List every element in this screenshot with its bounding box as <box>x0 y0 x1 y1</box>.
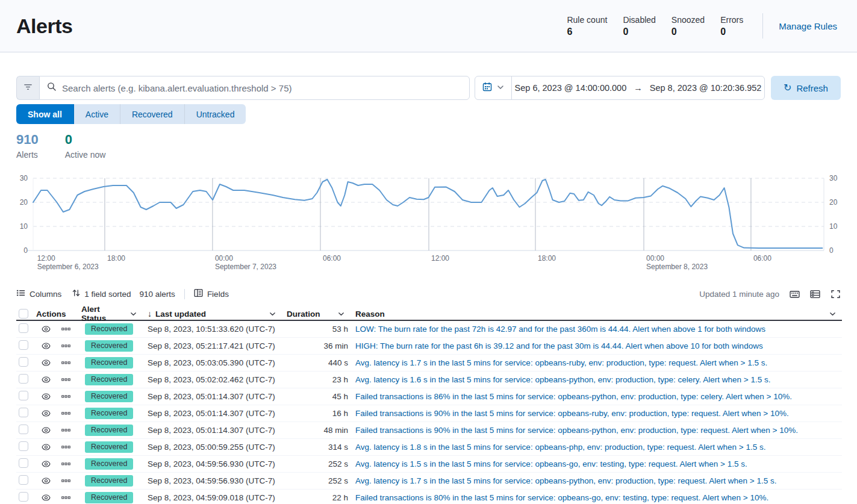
filter-tab-untracked[interactable]: Untracked <box>185 104 246 124</box>
reason-link[interactable]: Failed transactions is 80% in the last 5… <box>355 493 768 502</box>
row-checkbox[interactable] <box>19 357 28 367</box>
row-checkbox[interactable] <box>19 391 28 400</box>
chart-y-tick-label: 30 <box>4 174 28 182</box>
reason-link[interactable]: Avg. latency is 1.7 s in the last 5 mins… <box>355 476 777 485</box>
more-actions-icon[interactable] <box>61 394 70 399</box>
row-checkbox[interactable] <box>19 475 28 485</box>
duration-cell: 252 s <box>282 459 351 468</box>
more-actions-icon[interactable] <box>61 428 70 433</box>
duration-cell: 48 min <box>282 426 351 435</box>
view-alert-details-eye-icon[interactable] <box>42 392 51 401</box>
view-alert-details-eye-icon[interactable] <box>42 325 51 334</box>
duration-cell: 440 s <box>282 358 351 367</box>
alert-count-line-series <box>33 179 822 248</box>
row-checkbox[interactable] <box>19 458 28 468</box>
chart-y-tick-label: 20 <box>4 198 28 207</box>
date-range-end[interactable]: Sep 8, 2023 @ 10:20:36.952 <box>650 83 762 93</box>
filter-tab-show-all[interactable]: Show all <box>16 104 74 124</box>
row-checkbox[interactable] <box>19 425 28 434</box>
more-actions-icon[interactable] <box>61 444 70 450</box>
reason-link[interactable]: Avg. latency is 1.8 s in the last 5 mins… <box>355 443 766 452</box>
chart-y-tick-label: 10 <box>829 222 837 231</box>
chevron-down-icon[interactable] <box>269 311 282 317</box>
column-actions: Actions <box>34 310 76 319</box>
last-updated-cell: Sep 8, 2023, 05:21:17.421 (UTC-7) <box>143 341 282 350</box>
filter-button[interactable] <box>16 76 39 100</box>
fullscreen-icon[interactable] <box>831 289 841 299</box>
row-checkbox[interactable] <box>19 323 28 333</box>
reason-link[interactable]: Avg. latency is 1.6 s in the last 5 mins… <box>355 375 771 384</box>
view-alert-details-eye-icon[interactable] <box>42 375 51 384</box>
view-alert-details-eye-icon[interactable] <box>42 493 51 502</box>
more-actions-icon[interactable] <box>61 360 70 366</box>
duration-cell: 36 min <box>282 341 351 350</box>
fields-icon <box>194 288 203 299</box>
chart-x-tick-label: 12:00 <box>431 254 449 263</box>
column-alert-status[interactable]: Alert Status <box>76 305 143 323</box>
reason-link[interactable]: Failed transactions is 90% in the last 5… <box>355 409 789 418</box>
table-row: Recovered Sep 8, 2023, 04:59:09.018 (UTC… <box>16 490 842 504</box>
more-actions-icon[interactable] <box>61 343 70 349</box>
chevron-down-icon[interactable] <box>829 311 842 317</box>
reason-link[interactable]: LOW: The burn rate for the past 72h is 4… <box>355 325 765 334</box>
duration-cell: 53 h <box>282 325 351 334</box>
reason-link[interactable]: Failed transactions is 90% in the last 5… <box>355 426 798 435</box>
manage-rules-link[interactable]: Manage Rules <box>779 21 837 31</box>
row-checkbox[interactable] <box>19 408 28 417</box>
stat-snoozed: Snoozed 0 <box>672 15 705 37</box>
header-divider <box>762 13 763 39</box>
more-actions-icon[interactable] <box>61 411 70 416</box>
chevron-down-icon[interactable] <box>130 311 143 317</box>
column-duration[interactable]: Duration <box>282 310 351 319</box>
keyboard-shortcuts-icon[interactable] <box>790 289 800 299</box>
filter-tab-active[interactable]: Active <box>74 104 120 124</box>
chart-y-tick-label: 20 <box>829 198 837 207</box>
view-alert-details-eye-icon[interactable] <box>42 443 51 452</box>
view-alert-details-eye-icon[interactable] <box>42 426 51 435</box>
reason-link[interactable]: Avg. latency is 1.5 s in the last 5 mins… <box>355 459 747 468</box>
chart-y-tick-label: 30 <box>829 174 837 182</box>
sort-fields-button[interactable]: 1 field sorted <box>72 288 131 299</box>
reason-link[interactable]: Avg. latency is 1.7 s in the last 5 mins… <box>355 358 767 367</box>
view-alert-details-eye-icon[interactable] <box>42 476 51 485</box>
column-reason[interactable]: Reason <box>351 310 842 319</box>
view-alert-details-eye-icon[interactable] <box>42 341 51 350</box>
date-range-start[interactable]: Sep 6, 2023 @ 14:00:00.000 <box>515 83 627 93</box>
fields-button[interactable]: Fields <box>194 288 229 299</box>
filter-tab-recovered[interactable]: Recovered <box>120 104 185 124</box>
row-checkbox[interactable] <box>19 374 28 384</box>
row-checkbox[interactable] <box>19 441 28 451</box>
table-row: Recovered Sep 8, 2023, 05:21:17.421 (UTC… <box>16 338 842 355</box>
reason-link[interactable]: HIGH: The burn rate for the past 6h is 3… <box>355 341 763 350</box>
more-actions-icon[interactable] <box>61 461 70 467</box>
view-alert-details-eye-icon[interactable] <box>42 409 51 418</box>
view-alert-details-eye-icon[interactable] <box>42 358 51 367</box>
chart-x-tick-label: 00:00September 7, 2023 <box>215 254 276 271</box>
search-input[interactable] <box>62 83 462 93</box>
search-row: Sep 6, 2023 @ 14:00:00.000 → Sep 8, 2023… <box>16 76 841 100</box>
table-body: Recovered Sep 8, 2023, 10:51:33.620 (UTC… <box>16 321 842 504</box>
table-row: Recovered Sep 8, 2023, 05:01:14.307 (UTC… <box>16 405 842 422</box>
reason-link[interactable]: Failed transactions is 86% in the last 5… <box>355 392 792 401</box>
more-actions-icon[interactable] <box>61 495 70 500</box>
row-checkbox[interactable] <box>19 340 28 350</box>
columns-button[interactable]: Columns <box>16 288 61 299</box>
more-actions-icon[interactable] <box>61 478 70 484</box>
row-checkbox[interactable] <box>19 492 28 502</box>
view-alert-details-eye-icon[interactable] <box>42 459 51 468</box>
table-row: Recovered Sep 8, 2023, 05:02:02.462 (UTC… <box>16 372 842 388</box>
display-density-icon[interactable] <box>810 289 820 299</box>
column-last-updated[interactable]: ↓ Last updated <box>143 309 282 319</box>
date-picker-menu-button[interactable] <box>475 76 512 99</box>
status-badge: Recovered <box>85 408 133 419</box>
page-title: Alerts <box>16 14 72 38</box>
refresh-icon: ↻ <box>784 83 791 93</box>
chevron-down-icon[interactable] <box>338 311 351 317</box>
alerts-count-stat: 910 Alerts <box>16 132 39 160</box>
select-all-checkbox[interactable] <box>19 309 28 319</box>
chart-canvas <box>0 175 857 276</box>
more-actions-icon[interactable] <box>61 326 70 332</box>
refresh-button[interactable]: ↻ Refresh <box>771 76 841 100</box>
more-actions-icon[interactable] <box>61 377 70 382</box>
status-badge: Recovered <box>85 323 133 335</box>
